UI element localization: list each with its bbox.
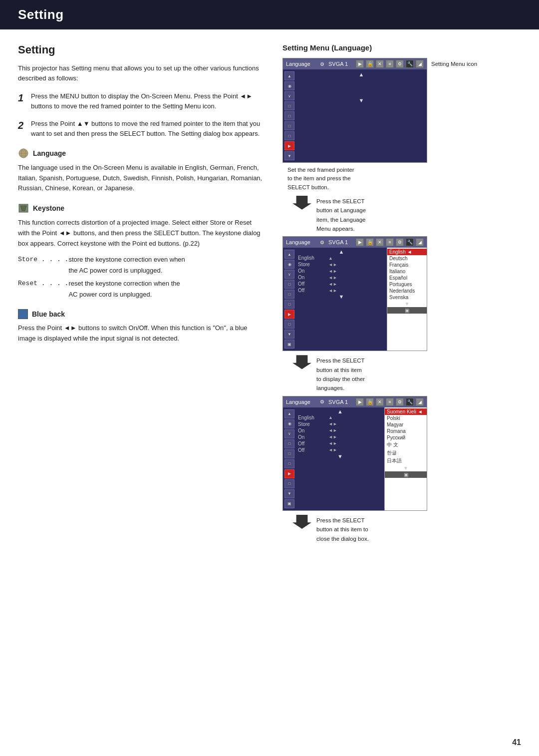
osd1-annotation-left: Set the red framed pointerto the item an… [287, 166, 521, 192]
blueback-section-heading: Blue back [18, 309, 263, 319]
osd2-off1-label: Off [298, 281, 325, 287]
osd-box-3: Language ⚙ SVGA 1 ▶ 🔒 ✕ ≡ ⚙ 🔧 ◢ [282, 396, 427, 511]
left-column: Setting This projector has Setting menu … [18, 43, 263, 546]
osd3-english-arrow: ▲ [328, 415, 333, 420]
keystone-body: This function corrects distortion of a p… [18, 218, 263, 249]
osd3-english-label: English [298, 415, 325, 420]
language-heading-label: Language [33, 149, 66, 157]
osd2-on1-arrow: ◄► [328, 269, 337, 274]
lang2-korean: 한글 [385, 449, 427, 457]
arrow-down-2 [292, 355, 311, 369]
osd-icon-7: ◢ [416, 60, 424, 68]
osd-sidebar-r3: □ [284, 121, 294, 130]
osd3-icon-7: ◢ [416, 398, 424, 406]
osd3-sb-selected: ▶ [284, 469, 294, 478]
osd3-row-store: Store ◄► [298, 421, 382, 427]
osd-title-label-2: Language [286, 239, 316, 245]
osd-sidebar-down: ▼ [284, 151, 294, 160]
osd-main-2: ▲ English ▲ Store ◄► On ◄► [296, 248, 387, 351]
page-number: 41 [512, 738, 521, 747]
osd-icon-group-3: ▶ 🔒 ✕ ≡ ⚙ 🔧 ◢ [356, 398, 424, 406]
osd2-store-arrow: ◄► [328, 262, 337, 267]
osd3-icon-5: ⚙ [396, 398, 404, 406]
osd3-icon-3: ✕ [376, 398, 384, 406]
osd2-row-english: English ▲ [298, 255, 385, 261]
osd-icon-group-1: ▶ 🔒 ✕ ≡ ⚙ 🔧 ◢ [356, 60, 424, 68]
osd-screenshot-3: Language ⚙ SVGA 1 ▶ 🔒 ✕ ≡ ⚙ 🔧 ◢ [282, 396, 521, 511]
osd2-icon-1: ▶ [356, 238, 364, 246]
osd2-sb-r4: □ [284, 320, 294, 329]
osd3-row-off2: Off ◄► [298, 447, 382, 453]
arrow2-annotation: Press the SELECTbutton at this itemto di… [316, 356, 365, 393]
osd2-on2-arrow: ◄► [328, 275, 337, 280]
lang-nederlands: Nederlands [387, 288, 427, 294]
osd-icon-2: 🔒 [366, 60, 374, 68]
osd2-sb-extra: ▣ [284, 340, 294, 349]
osd-sidebar-v: ∨ [284, 91, 294, 100]
osd3-sb-down: ▼ [284, 489, 294, 498]
arrow-down-1 [292, 196, 311, 210]
osd2-on2-label: On [298, 275, 325, 280]
osd-box-2: Language ⚙ SVGA 1 ▶ 🔒 ✕ ≡ ⚙ 🔧 ◢ [282, 236, 427, 351]
osd3-sb-r4: □ [284, 479, 294, 488]
osd-icon-group-2: ▶ 🔒 ✕ ≡ ⚙ 🔧 ◢ [356, 238, 424, 246]
osd2-icon-2: 🔒 [366, 238, 374, 246]
osd3-on2-label: On [298, 434, 325, 440]
step-2-num: 2 [18, 119, 27, 139]
lang2-panel-btn: ▣ [385, 471, 427, 478]
osd2-row-on1: On ◄► [298, 268, 385, 274]
osd-box-1: Language ⚙ SVGA 1 ▶ 🔒 ✕ ≡ ⚙ 🔧 ◢ [282, 58, 427, 163]
keystone-reset-value: reset the keystone correction when theAC… [68, 278, 180, 300]
osd3-down: ▼ [298, 453, 382, 459]
lang-portugues: Portugues [387, 281, 427, 288]
header-bar: Setting [0, 0, 539, 29]
arrow-down-3 [292, 515, 311, 529]
osd3-store-label: Store [298, 421, 325, 427]
osd-sidebar-r4: □ [284, 131, 294, 140]
osd2-sb-r2: □ [284, 290, 294, 299]
osd2-icon-3: ✕ [376, 238, 384, 246]
osd2-store-label: Store [298, 262, 325, 267]
lang2-russian: Русский [385, 434, 427, 441]
osd-icon-5: ⚙ [396, 60, 404, 68]
osd2-sb-selected: ▶ [284, 310, 294, 319]
osd3-sb-extra: ▣ [284, 499, 294, 508]
osd2-down: ▼ [298, 294, 385, 300]
osd2-sb-r1: □ [284, 280, 294, 289]
osd3-up: ▲ [298, 408, 382, 414]
osd2-row-off1: Off ◄► [298, 281, 385, 287]
osd-signal-icon-2: ⚙ [320, 240, 324, 245]
step-2-text: Press the Point ▲▼ buttons to move the r… [31, 119, 263, 139]
main-content: Setting This projector has Setting menu … [0, 29, 539, 566]
osd2-sb-up: ▲ [284, 250, 294, 259]
osd3-store-arrow: ◄► [328, 421, 337, 426]
osd2-icon-6-active: 🔧 [406, 238, 414, 246]
keystone-icon [18, 203, 29, 214]
osd-title-label-1: Language [286, 61, 316, 67]
osd3-sb-up: ▲ [284, 409, 294, 418]
language-body: The language used in the On-Screen Menu … [18, 163, 263, 194]
lang-panel-btn: ▣ [387, 307, 427, 314]
osd-sidebar-r1: □ [284, 101, 294, 110]
osd1-annotation-right: Setting Menu icon [431, 60, 477, 68]
osd3-sb-r2: □ [284, 449, 294, 458]
blueback-body: Press the Point ◄► buttons to switch On/… [18, 323, 263, 344]
osd-body-2: ▲ ◉ ∨ □ □ □ ▶ □ ▼ ▣ ▲ English [283, 248, 427, 351]
lang2-japanese: 日本語 [385, 457, 427, 465]
osd-sidebar-up: ▲ [284, 71, 294, 80]
globe-icon [18, 148, 29, 159]
lang-panel-down: ▼ [387, 301, 427, 307]
lang-italiano: Italiano [387, 268, 427, 275]
osd3-off2-arrow: ◄► [328, 447, 337, 452]
osd2-lang-panel: English ◄ Deutsch Français Italiano Espa… [387, 248, 427, 351]
osd3-on2-arrow: ◄► [328, 434, 337, 439]
page-title: Setting [18, 43, 263, 56]
osd2-english-arrow-up: ▲ [328, 256, 333, 261]
osd2-icon-5: ⚙ [396, 238, 404, 246]
osd-icon-1: ▶ [356, 60, 364, 68]
osd3-lang-panel: Suomen Kieli ◄ Polski Magyar Romana Русс… [384, 407, 427, 510]
osd3-sb-globe: ◉ [284, 419, 294, 428]
osd2-row-off2: Off ◄► [298, 287, 385, 294]
osd3-on1-label: On [298, 428, 325, 433]
osd3-off1-label: Off [298, 441, 325, 446]
